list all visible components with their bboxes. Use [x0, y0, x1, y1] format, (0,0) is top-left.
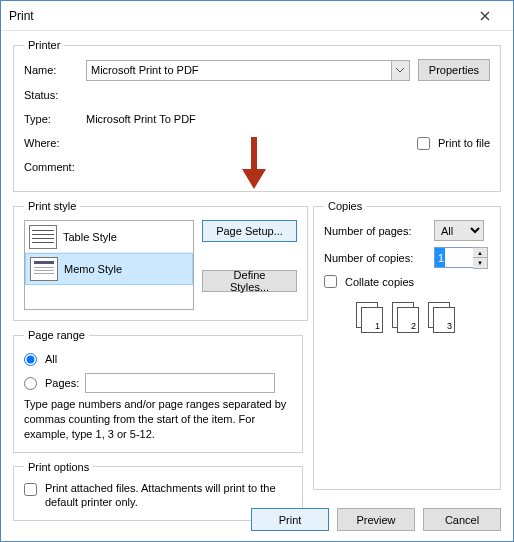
collate-illustration: 1 1 2 2 3 3	[324, 302, 490, 336]
style-item-table[interactable]: Table Style	[25, 221, 193, 253]
print-style-group: Print style Table Style Memo Style	[13, 200, 308, 321]
page-range-pages-radio[interactable]: Pages:	[24, 377, 79, 390]
printer-name-select[interactable]: Microsoft Print to PDF	[86, 60, 410, 81]
titlebar: Print	[1, 1, 513, 31]
print-dialog: Print Printer Name: Microsoft Print to P…	[0, 0, 514, 542]
print-attached-label: Print attached files. Attachments will p…	[45, 481, 292, 511]
collate-input[interactable]	[324, 275, 337, 288]
num-pages-select[interactable]: All	[434, 220, 484, 241]
print-attached-input[interactable]	[24, 483, 37, 496]
num-copies-spinner[interactable]: ▲ ▼	[473, 247, 488, 269]
printer-name-label: Name:	[24, 64, 86, 76]
memo-style-icon	[30, 257, 58, 281]
collate-label: Collate copies	[345, 276, 414, 288]
close-icon	[480, 11, 490, 21]
page-range-all-radio[interactable]: All	[24, 353, 57, 366]
page-range-pages-label: Pages:	[45, 377, 79, 389]
print-options-legend: Print options	[24, 461, 93, 473]
page-range-legend: Page range	[24, 329, 89, 341]
print-to-file-checkbox[interactable]: Print to file	[417, 137, 490, 150]
page-range-all-label: All	[45, 353, 57, 365]
printer-type-label: Type:	[24, 113, 86, 125]
num-pages-label: Number of pages:	[324, 225, 434, 237]
page-range-hint: Type page numbers and/or page ranges sep…	[24, 397, 292, 442]
print-button[interactable]: Print	[251, 508, 329, 531]
num-copies-input[interactable]	[434, 247, 474, 268]
spinner-up-icon[interactable]: ▲	[473, 248, 487, 258]
num-copies-label: Number of copies:	[324, 252, 434, 264]
preview-button[interactable]: Preview	[337, 508, 415, 531]
define-styles-button[interactable]: Define Styles...	[202, 270, 297, 292]
cancel-button[interactable]: Cancel	[423, 508, 501, 531]
collate-checkbox[interactable]: Collate copies	[324, 275, 490, 288]
close-button[interactable]	[465, 2, 505, 30]
dialog-footer: Print Preview Cancel	[251, 508, 501, 531]
printer-comment-label: Comment:	[24, 161, 86, 173]
page-stack-icon: 3 3	[428, 302, 458, 336]
printer-legend: Printer	[24, 39, 64, 51]
page-stack-icon: 1 1	[356, 302, 386, 336]
printer-status-label: Status:	[24, 89, 86, 101]
printer-where-label: Where:	[24, 137, 86, 149]
page-setup-button[interactable]: Page Setup...	[202, 220, 297, 242]
style-item-memo[interactable]: Memo Style	[25, 253, 193, 285]
print-attached-checkbox[interactable]: Print attached files. Attachments will p…	[24, 481, 292, 511]
page-range-group: Page range All Pages: T	[13, 329, 303, 453]
chevron-down-icon	[391, 61, 409, 80]
page-stack-icon: 2 2	[392, 302, 422, 336]
page-range-pages-field[interactable]	[85, 373, 275, 393]
table-style-icon	[29, 225, 57, 249]
copies-group: Copies Number of pages: All Number of co…	[313, 200, 501, 490]
page-range-all-input[interactable]	[24, 353, 37, 366]
print-to-file-label: Print to file	[438, 137, 490, 149]
print-style-list[interactable]: Table Style Memo Style	[24, 220, 194, 310]
window-title: Print	[9, 9, 465, 23]
properties-button[interactable]: Properties	[418, 59, 490, 81]
printer-group: Printer Name: Microsoft Print to PDF Pro…	[13, 39, 501, 192]
printer-type-value: Microsoft Print To PDF	[86, 113, 196, 125]
copies-legend: Copies	[324, 200, 366, 212]
page-range-pages-input[interactable]	[24, 377, 37, 390]
style-item-label: Memo Style	[64, 263, 122, 275]
style-item-label: Table Style	[63, 231, 117, 243]
printer-name-value: Microsoft Print to PDF	[91, 64, 199, 76]
print-to-file-input[interactable]	[417, 137, 430, 150]
spinner-down-icon[interactable]: ▼	[473, 258, 487, 268]
print-style-legend: Print style	[24, 200, 80, 212]
